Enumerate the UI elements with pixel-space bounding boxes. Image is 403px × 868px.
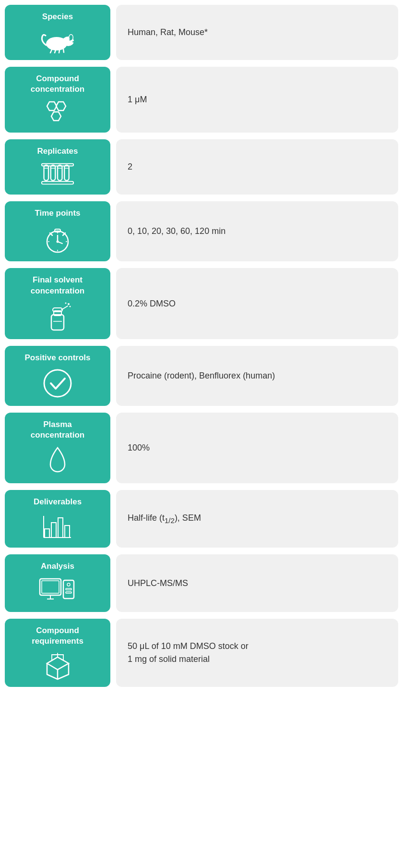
svg-marker-12 <box>51 112 61 121</box>
svg-rect-47 <box>65 526 70 538</box>
svg-marker-10 <box>47 102 57 110</box>
analysis-row: Analysis UHPLC-MS/MS <box>5 554 398 612</box>
svg-rect-35 <box>51 315 64 330</box>
svg-marker-58 <box>47 657 69 670</box>
species-label-box: Species <box>5 5 110 60</box>
svg-rect-50 <box>40 579 61 595</box>
analysis-value: UHPLC-MS/MS <box>128 577 188 590</box>
analysis-value-box: UHPLC-MS/MS <box>116 554 398 612</box>
compound-requirements-value: 50 μL of 10 mM DMSO stock or1 mg of soli… <box>128 640 249 666</box>
compound-concentration-value: 1 μM <box>128 93 147 106</box>
svg-point-4 <box>70 39 71 41</box>
compound-concentration-label: Compoundconcentration <box>31 73 84 95</box>
checkmark-icon <box>42 368 73 399</box>
plasma-concentration-row: Plasmaconcentration 100% <box>5 413 398 483</box>
positive-controls-value-box: Procaine (rodent), Benfluorex (human) <box>116 346 398 406</box>
plasma-concentration-label-box: Plasmaconcentration <box>5 413 110 483</box>
species-label: Species <box>42 12 73 22</box>
time-points-label-box: Time points <box>5 201 110 261</box>
chart-icon <box>42 512 73 541</box>
compound-requirements-label: Compoundrequirements <box>32 625 83 647</box>
final-solvent-value-box: 0.2% DMSO <box>116 268 398 339</box>
replicates-label-box: Replicates <box>5 139 110 195</box>
svg-rect-44 <box>45 529 49 538</box>
deliverables-row: Deliverables Half-life (t1/2), SEM <box>5 490 398 548</box>
analysis-label: Analysis <box>41 561 74 572</box>
compound-concentration-label-box: Compoundconcentration <box>5 67 110 133</box>
species-row: Species <box>5 5 398 60</box>
svg-rect-57 <box>66 592 71 593</box>
svg-point-42 <box>69 306 71 307</box>
svg-point-55 <box>67 583 70 586</box>
test-tubes-icon <box>38 161 77 188</box>
species-value: Human, Rat, Mouse* <box>128 26 208 39</box>
svg-point-30 <box>57 241 59 243</box>
final-solvent-label: Final solventconcentration <box>31 275 84 296</box>
plasma-concentration-label: Plasmaconcentration <box>31 419 84 440</box>
time-points-row: Time points <box>5 201 398 261</box>
deliverables-label: Deliverables <box>34 497 82 507</box>
svg-rect-19 <box>64 165 69 181</box>
final-solvent-label-box: Final solventconcentration <box>5 268 110 339</box>
svg-line-39 <box>61 306 68 310</box>
svg-rect-13 <box>44 165 48 181</box>
svg-rect-51 <box>42 581 59 593</box>
analysis-label-box: Analysis <box>5 554 110 612</box>
time-points-label: Time points <box>35 208 80 219</box>
svg-rect-45 <box>51 523 56 538</box>
time-points-value: 0, 10, 20, 30, 60, 120 min <box>128 225 225 238</box>
compound-requirements-row: Compoundrequirements 50 μL of 10 mM DMSO… <box>5 619 398 687</box>
plasma-concentration-value: 100% <box>128 441 150 454</box>
positive-controls-label: Positive controls <box>25 353 91 363</box>
spray-icon <box>45 301 71 332</box>
droplet-icon <box>46 445 70 477</box>
svg-point-40 <box>68 303 70 305</box>
rat-icon <box>38 27 77 53</box>
deliverables-label-box: Deliverables <box>5 490 110 548</box>
replicates-value: 2 <box>128 160 132 173</box>
plasma-concentration-value-box: 100% <box>116 413 398 483</box>
replicates-value-box: 2 <box>116 139 398 195</box>
replicates-label: Replicates <box>37 146 78 157</box>
replicates-row: Replicates 2 <box>5 139 398 195</box>
compound-concentration-row: Compoundconcentration 1 μM <box>5 67 398 133</box>
positive-controls-value: Procaine (rodent), Benfluorex (human) <box>128 369 275 382</box>
time-points-value-box: 0, 10, 20, 30, 60, 120 min <box>116 201 398 261</box>
svg-point-43 <box>44 370 71 397</box>
svg-rect-56 <box>66 588 71 590</box>
svg-rect-17 <box>58 165 62 181</box>
svg-line-8 <box>59 50 59 53</box>
compound-requirements-value-box: 50 μL of 10 mM DMSO stock or1 mg of soli… <box>116 619 398 687</box>
positive-controls-row: Positive controls Procaine (rodent), Ben… <box>5 346 398 406</box>
box-icon <box>42 651 73 680</box>
svg-rect-15 <box>51 165 55 181</box>
final-solvent-row: Final solventconcentration 0.2% DMSO <box>5 268 398 339</box>
species-value-box: Human, Rat, Mouse* <box>116 5 398 60</box>
svg-line-9 <box>63 49 64 52</box>
svg-line-7 <box>55 50 56 53</box>
deliverables-value-box: Half-life (t1/2), SEM <box>116 490 398 548</box>
compound-requirements-label-box: Compoundrequirements <box>5 619 110 687</box>
final-solvent-value: 0.2% DMSO <box>128 297 176 310</box>
stopwatch-icon <box>43 223 72 255</box>
molecule-icon <box>41 99 74 126</box>
svg-point-41 <box>65 302 66 304</box>
svg-rect-46 <box>58 518 63 538</box>
positive-controls-label-box: Positive controls <box>5 346 110 406</box>
svg-rect-21 <box>42 182 73 184</box>
deliverables-value: Half-life (t1/2), SEM <box>128 512 201 526</box>
svg-point-5 <box>72 41 74 43</box>
compound-concentration-value-box: 1 μM <box>116 67 398 133</box>
svg-marker-11 <box>56 102 66 110</box>
svg-line-6 <box>50 49 52 53</box>
computer-icon <box>38 576 77 605</box>
